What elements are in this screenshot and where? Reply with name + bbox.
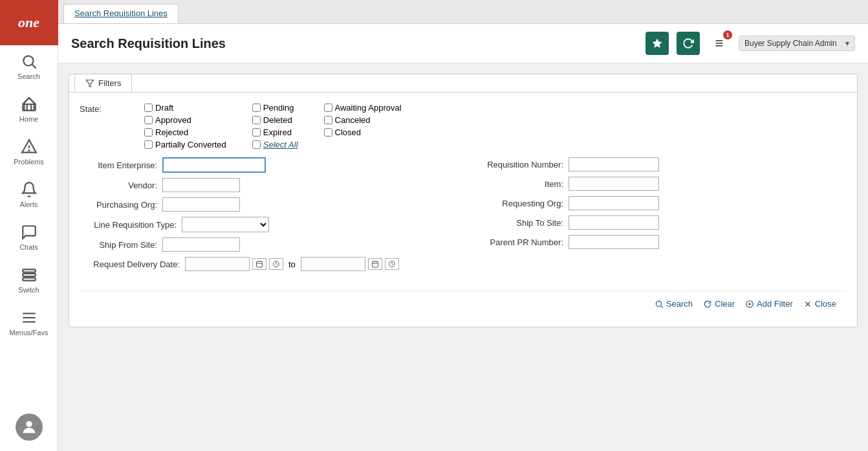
- chat-icon: [21, 224, 38, 241]
- search-icon: [21, 53, 38, 70]
- search-action[interactable]: Search: [655, 299, 693, 309]
- checkbox-expired[interactable]: Expired: [252, 127, 298, 137]
- avatar-icon: [20, 418, 38, 436]
- purchasing-org-label: Purchasing Org:: [80, 200, 157, 210]
- filters-tab[interactable]: Filters: [74, 74, 132, 92]
- line-req-type-row: Line Requisition Type:: [80, 217, 457, 232]
- sidebar-item-chats[interactable]: Chats: [0, 216, 58, 259]
- checkbox-approved-input[interactable]: [144, 116, 153, 124]
- vendor-input[interactable]: [162, 178, 240, 192]
- item-enterprise-input[interactable]: [162, 157, 266, 173]
- checkbox-expired-input[interactable]: [252, 128, 261, 137]
- checkbox-draft[interactable]: Draft: [144, 103, 226, 113]
- refresh-button[interactable]: [677, 32, 700, 55]
- search-action-icon: [655, 300, 664, 309]
- state-col-3: Awaiting Approval Canceled Closed: [324, 103, 402, 149]
- checkbox-closed-input[interactable]: [324, 128, 332, 137]
- user-role-selector[interactable]: Buyer Supply Chain Admin ▾: [739, 36, 855, 51]
- delivery-date-from-input[interactable]: [185, 257, 250, 271]
- item-enterprise-label: Item Enterprise:: [80, 160, 157, 170]
- ship-to-site-input[interactable]: [569, 215, 659, 230]
- ship-from-site-input[interactable]: [162, 237, 240, 252]
- chevron-down-icon: ▾: [845, 39, 849, 48]
- date-range-separator: to: [286, 259, 298, 269]
- sidebar-item-switch[interactable]: Switch: [0, 259, 58, 302]
- clear-action-label: Clear: [715, 299, 735, 309]
- svg-rect-14: [257, 261, 263, 267]
- checkbox-deleted[interactable]: Deleted: [252, 115, 298, 125]
- sidebar-item-home-label: Home: [19, 115, 38, 123]
- checkbox-select-all-input[interactable]: [252, 140, 261, 149]
- requisition-number-input[interactable]: [569, 157, 659, 171]
- clock-from-button[interactable]: [269, 258, 283, 270]
- svg-point-0: [23, 56, 33, 65]
- state-checkboxes: Draft Approved Rejected: [144, 103, 847, 149]
- state-col-2: Pending Deleted Expired: [252, 103, 298, 149]
- checkbox-approved[interactable]: Approved: [144, 115, 226, 125]
- checkbox-pending[interactable]: Pending: [252, 103, 298, 113]
- svg-line-1: [32, 65, 36, 69]
- sidebar-item-alerts-label: Alerts: [19, 201, 38, 208]
- checkbox-select-all[interactable]: Select All: [252, 140, 298, 149]
- line-req-type-select[interactable]: [182, 217, 269, 232]
- select-all-label: Select All: [263, 140, 298, 149]
- close-action[interactable]: Close: [803, 299, 836, 309]
- checkbox-canceled[interactable]: Canceled: [324, 115, 402, 125]
- svg-point-4: [28, 150, 29, 151]
- line-req-type-label: Line Requisition Type:: [80, 220, 177, 230]
- checkbox-deleted-input[interactable]: [252, 116, 261, 124]
- requesting-org-label: Requesting Org:: [470, 199, 563, 208]
- sidebar-item-problems[interactable]: Problems: [0, 131, 58, 173]
- checkbox-partially-converted-input[interactable]: [144, 140, 153, 149]
- filter-fields-right: Requisition Number: Item: Requesting Org…: [470, 157, 847, 271]
- item-enterprise-row: Item Enterprise:: [80, 157, 457, 173]
- sidebar-item-problems-label: Problems: [14, 158, 43, 166]
- sidebar-item-search[interactable]: Search: [0, 45, 58, 88]
- tab-search-req-lines[interactable]: Search Requisition Lines: [63, 4, 179, 23]
- requisition-number-label: Requisition Number:: [470, 160, 563, 170]
- purchasing-org-input[interactable]: [162, 197, 240, 212]
- menu-button[interactable]: ≡ 1: [708, 32, 731, 55]
- vendor-row: Vendor:: [80, 178, 457, 192]
- checkbox-partially-converted[interactable]: Partially Converted: [144, 140, 226, 149]
- bell-icon: [21, 181, 38, 198]
- checkbox-draft-input[interactable]: [144, 104, 153, 112]
- switch-icon: [21, 267, 38, 283]
- parent-pr-number-input[interactable]: [569, 235, 659, 249]
- avatar[interactable]: [16, 413, 43, 441]
- checkbox-rejected-input[interactable]: [144, 128, 153, 137]
- svg-rect-7: [23, 278, 36, 280]
- item-input[interactable]: [569, 177, 659, 191]
- ship-to-site-row: Ship To Site:: [470, 215, 847, 230]
- item-label: Item:: [470, 179, 563, 189]
- requisition-number-row: Requisition Number:: [470, 157, 847, 171]
- app-logo[interactable]: one: [0, 0, 58, 45]
- calendar-to-button[interactable]: [368, 258, 382, 270]
- clock-to-button[interactable]: [385, 258, 399, 270]
- delivery-date-to-input[interactable]: [301, 257, 365, 271]
- checkbox-canceled-input[interactable]: [324, 116, 332, 124]
- svg-point-24: [656, 301, 661, 306]
- svg-line-25: [660, 305, 662, 307]
- requesting-org-input[interactable]: [569, 196, 659, 210]
- menu-icon: [21, 309, 38, 326]
- filters-body: State: Draft Approved: [69, 93, 857, 327]
- checkbox-awaiting-approval-input[interactable]: [324, 104, 332, 112]
- checkbox-rejected[interactable]: Rejected: [144, 127, 226, 137]
- state-filter-row: State: Draft Approved: [80, 103, 847, 149]
- add-filter-action[interactable]: Add Filter: [745, 299, 793, 309]
- favorite-button[interactable]: [646, 32, 669, 55]
- svg-point-11: [26, 421, 32, 427]
- warning-icon: [21, 138, 38, 155]
- checkbox-awaiting-approval[interactable]: Awaiting Approval: [324, 103, 402, 113]
- sidebar-item-alerts[interactable]: Alerts: [0, 173, 58, 216]
- checkbox-pending-input[interactable]: [252, 104, 261, 112]
- checkbox-closed[interactable]: Closed: [324, 127, 402, 137]
- calendar-from-button[interactable]: [252, 258, 266, 270]
- sidebar-item-home[interactable]: Home: [0, 88, 58, 131]
- user-role-name: Buyer Supply Chain Admin: [744, 39, 843, 48]
- item-row: Item:: [470, 177, 847, 191]
- sidebar-item-menus-favs[interactable]: Menus/Favs: [0, 302, 58, 344]
- clock-icon: [272, 260, 280, 268]
- clear-action[interactable]: Clear: [703, 299, 735, 309]
